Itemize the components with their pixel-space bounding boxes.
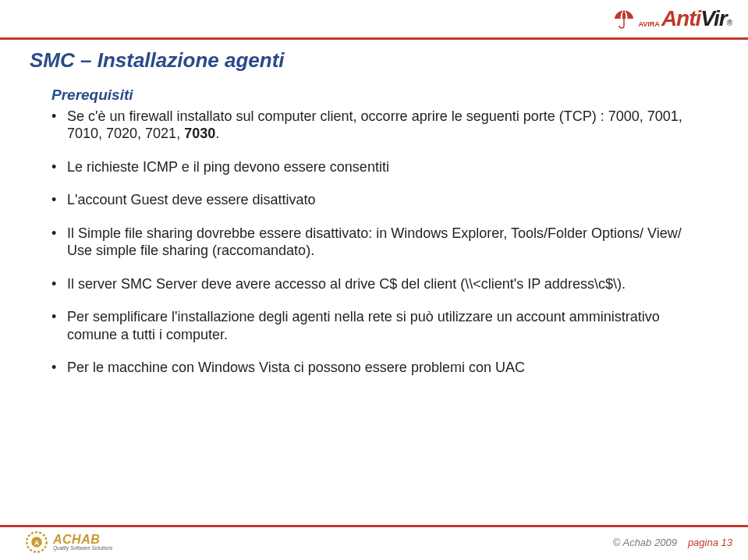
page-number: pagina 13 [688,537,732,548]
brand-logo: AVIRA Anti Vir ® [612,6,732,31]
vir-part: Vir [700,6,726,31]
slide-title: SMC – Installazione agenti [30,48,285,73]
reg-mark: ® [727,19,732,27]
list-item: Il Simple file sharing dovrebbe essere d… [51,225,699,260]
achab-logo: A ACHAB Quality Software Solutions [25,530,112,554]
avira-label: AVIRA [639,20,660,28]
slide-content: Prerequisiti Se c'è un firewall installa… [51,86,699,392]
list-item: Se c'è un firewall installato sul comput… [51,108,699,143]
achab-tagline: Quality Software Solutions [53,546,112,551]
footer-right: © Achab 2009 pagina 13 [613,537,732,548]
top-divider [0,37,748,40]
anti-part: Anti [661,6,700,31]
list-item: Per le macchine con Windows Vista ci pos… [51,359,699,377]
bottom-divider [0,525,748,527]
achab-name: ACHAB [53,533,112,546]
gear-badge-icon: A [25,530,48,554]
footer: A ACHAB Quality Software Solutions © Ach… [0,529,748,555]
list-item: Per semplificare l'installazione degli a… [51,308,699,343]
subhead: Prerequisiti [51,86,699,105]
list-item: L'account Guest deve essere disattivato [51,191,699,209]
list-item: Il server SMC Server deve avere accesso … [51,275,699,293]
copyright: © Achab 2009 [613,537,677,548]
svg-text:A: A [34,539,40,547]
brand-text: AVIRA Anti Vir ® [639,6,732,31]
list-item: Le richieste ICMP e il ping devono esser… [51,158,699,176]
umbrella-icon [612,7,636,30]
bullet-list: Se c'è un firewall installato sul comput… [51,108,699,377]
